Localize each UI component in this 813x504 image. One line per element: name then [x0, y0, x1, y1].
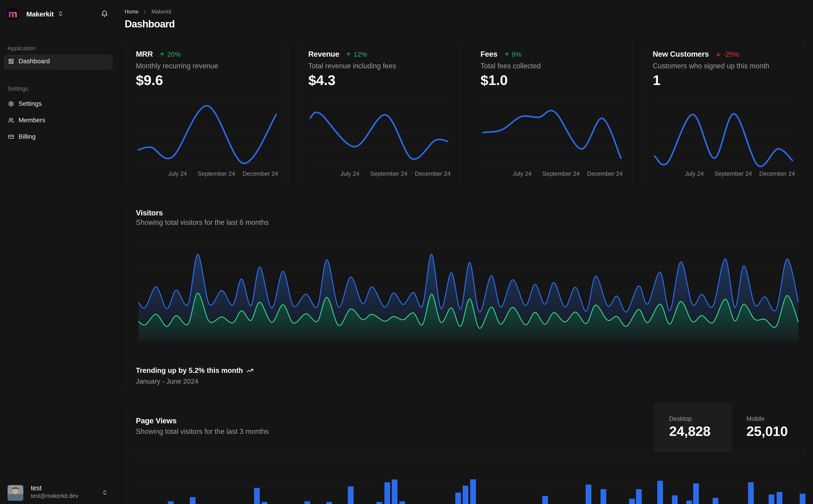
svg-text:December 24: December 24	[759, 170, 795, 177]
svg-text:September 24: September 24	[542, 170, 579, 177]
svg-text:July 24: July 24	[168, 170, 187, 177]
svg-text:December 24: December 24	[587, 170, 623, 177]
svg-text:September 24: September 24	[197, 170, 235, 177]
svg-text:December 24: December 24	[243, 170, 278, 177]
svg-text:July 24: July 24	[341, 170, 359, 177]
svg-text:July 24: July 24	[513, 170, 531, 177]
svg-text:December 24: December 24	[415, 170, 450, 177]
svg-text:September 24: September 24	[715, 170, 752, 177]
svg-text:September 24: September 24	[370, 170, 407, 177]
svg-text:July 24: July 24	[685, 170, 704, 177]
svg-text:m: m	[8, 8, 17, 19]
